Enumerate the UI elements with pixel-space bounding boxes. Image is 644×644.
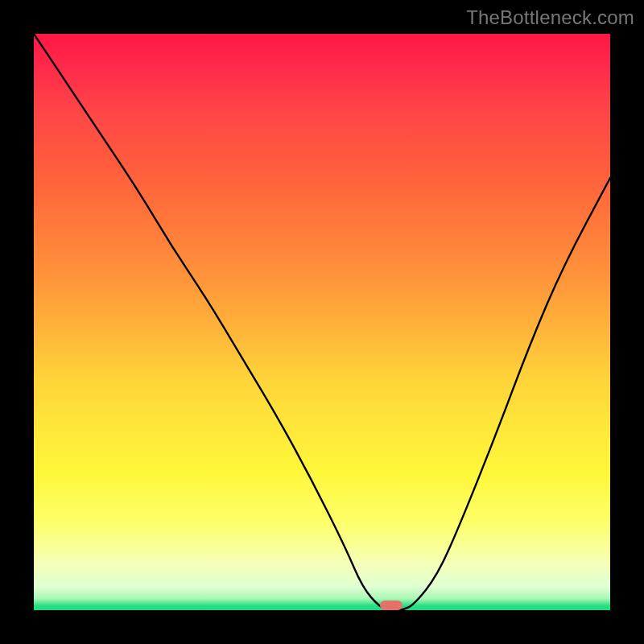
curve-svg (34, 34, 610, 610)
plot-area (34, 34, 610, 610)
optimum-marker (380, 601, 402, 610)
bottleneck-curve (34, 34, 610, 610)
chart-frame: TheBottleneck.com (0, 0, 644, 644)
watermark-label: TheBottleneck.com (466, 6, 634, 29)
